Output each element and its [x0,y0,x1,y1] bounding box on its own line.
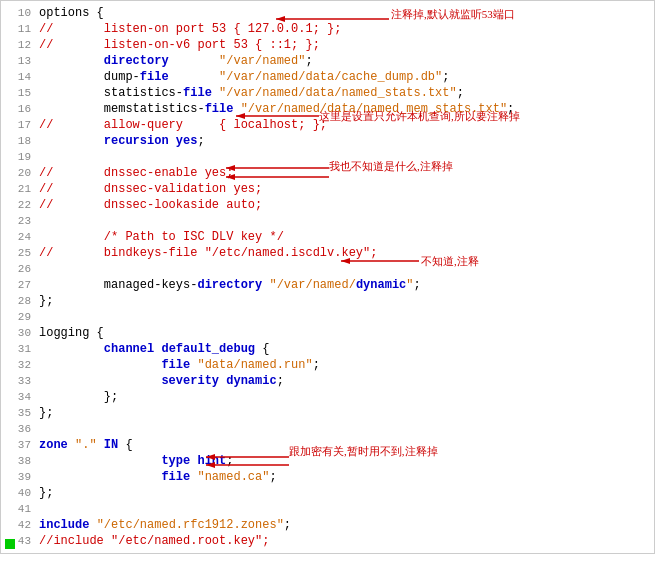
code-line-19: 19 [1,149,654,165]
line-content: managed-keys-directory "/var/named/dynam… [39,277,652,293]
line-number: 18 [3,133,31,149]
line-number: 20 [3,165,31,181]
code-line-15: 15 statistics-file "/var/named/data/name… [1,85,654,101]
line-content: options { [39,5,652,21]
code-line-30: 30logging { [1,325,654,341]
line-number: 42 [3,517,31,533]
line-number: 24 [3,229,31,245]
line-number: 34 [3,389,31,405]
code-line-28: 28}; [1,293,654,309]
code-line-12: 12// listen-on-v6 port 53 { ::1; }; [1,37,654,53]
line-number: 13 [3,53,31,69]
code-line-34: 34 }; [1,389,654,405]
line-number: 38 [3,453,31,469]
line-content: // bindkeys-file "/etc/named.iscdlv.key"… [39,245,652,261]
code-line-26: 26 [1,261,654,277]
line-content: /* Path to ISC DLV key */ [39,229,652,245]
line-number: 21 [3,181,31,197]
line-number: 31 [3,341,31,357]
line-number: 33 [3,373,31,389]
line-content: //include "/etc/named.root.key"; [39,533,652,549]
code-line-20: 20// dnssec-enable yes; [1,165,654,181]
line-content: channel default_debug { [39,341,652,357]
line-number: 10 [3,5,31,21]
line-number: 22 [3,197,31,213]
code-line-39: 39 file "named.ca"; [1,469,654,485]
line-number: 40 [3,485,31,501]
line-number: 28 [3,293,31,309]
line-content: include "/etc/named.rfc1912.zones"; [39,517,652,533]
line-content: // dnssec-validation yes; [39,181,652,197]
line-number: 15 [3,85,31,101]
line-number: 17 [3,117,31,133]
line-number: 36 [3,421,31,437]
annotation-line11: 注释掉,默认就监听53端口 [391,7,515,22]
line-number: 26 [3,261,31,277]
code-line-22: 22// dnssec-lookaside auto; [1,197,654,213]
line-number: 16 [3,101,31,117]
code-line-13: 13 directory "/var/named"; [1,53,654,69]
line-content: directory "/var/named"; [39,53,652,69]
code-line-18: 18 recursion yes; [1,133,654,149]
code-line-42: 42include "/etc/named.rfc1912.zones"; [1,517,654,533]
line-number: 27 [3,277,31,293]
line-number: 23 [3,213,31,229]
code-line-32: 32 file "data/named.run"; [1,357,654,373]
annotation-line42: 跟加密有关,暂时用不到,注释掉 [289,444,438,459]
code-line-35: 35}; [1,405,654,421]
code-line-11: 11// listen-on port 53 { 127.0.0.1; }; [1,21,654,37]
code-line-24: 24 /* Path to ISC DLV key */ [1,229,654,245]
line-content: }; [39,293,652,309]
code-line-31: 31 channel default_debug { [1,341,654,357]
code-line-29: 29 [1,309,654,325]
code-line-25: 25// bindkeys-file "/etc/named.iscdlv.ke… [1,245,654,261]
line-number: 41 [3,501,31,517]
green-indicator [5,539,15,549]
line-content: file "data/named.run"; [39,357,652,373]
annotation-line27: 不知道,注释 [421,254,479,269]
line-number: 37 [3,437,31,453]
line-number: 12 [3,37,31,53]
line-content: // listen-on-v6 port 53 { ::1; }; [39,37,652,53]
annotation-line17: 这里是设置只允许本机查询,所以要注释掉 [319,109,520,124]
line-number: 30 [3,325,31,341]
line-number: 19 [3,149,31,165]
code-line-36: 36 [1,421,654,437]
line-content: }; [39,405,652,421]
line-number: 25 [3,245,31,261]
line-number: 35 [3,405,31,421]
line-content: statistics-file "/var/named/data/named_s… [39,85,652,101]
line-content: logging { [39,325,652,341]
line-content: file "named.ca"; [39,469,652,485]
code-line-40: 40}; [1,485,654,501]
line-content: dump-file "/var/named/data/cache_dump.db… [39,69,652,85]
line-number: 32 [3,357,31,373]
line-number: 14 [3,69,31,85]
line-content: // listen-on port 53 { 127.0.0.1; }; [39,21,652,37]
line-number: 39 [3,469,31,485]
code-line-43: 43//include "/etc/named.root.key"; [1,533,654,549]
line-content: // dnssec-lookaside auto; [39,197,652,213]
code-line-41: 41 [1,501,654,517]
line-content: recursion yes; [39,133,652,149]
code-line-14: 14 dump-file "/var/named/data/cache_dump… [1,69,654,85]
annotation-line20: 我也不知道是什么,注释掉 [329,159,453,174]
code-line-23: 23 [1,213,654,229]
line-number: 29 [3,309,31,325]
line-content: severity dynamic; [39,373,652,389]
code-line-27: 27 managed-keys-directory "/var/named/dy… [1,277,654,293]
code-viewer: 10options {11// listen-on port 53 { 127.… [0,0,655,554]
code-line-10: 10options { [1,5,654,21]
line-number: 11 [3,21,31,37]
line-content: }; [39,485,652,501]
code-line-21: 21// dnssec-validation yes; [1,181,654,197]
line-content: }; [39,389,652,405]
code-line-33: 33 severity dynamic; [1,373,654,389]
